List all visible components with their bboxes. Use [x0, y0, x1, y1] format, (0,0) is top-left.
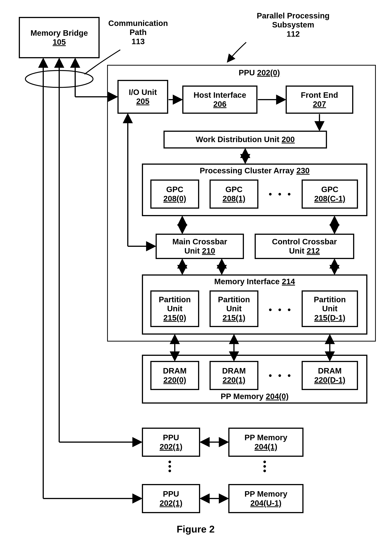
front-end-num: 207 — [313, 100, 326, 109]
gpcC-box: GPC 208(C-1) — [302, 180, 358, 209]
dram0-num: 220(0) — [163, 376, 186, 385]
io-unit-num: 205 — [136, 97, 149, 106]
pps-label: Parallel Processing Subsystem 112 — [246, 11, 340, 39]
diagram-canvas: Memory Bridge 105 Communication Path 113… — [0, 0, 392, 550]
ppuU-title: PPU — [163, 489, 179, 499]
dram0-box: DRAM 220(0) — [150, 361, 199, 390]
comm-path-label: Communication Path 113 — [104, 19, 172, 46]
figure-caption: Figure 2 — [177, 523, 215, 535]
pu1-num: 215(1) — [223, 313, 245, 322]
memif-num: 214 — [282, 277, 295, 286]
main-xbar-num: 210 — [202, 247, 215, 255]
dram-ellipsis: • • • — [269, 370, 293, 381]
ppmem1-title: PP Memory — [245, 433, 287, 442]
host-if-title: Host Interface — [194, 91, 246, 100]
dram0-title: DRAM — [163, 366, 187, 375]
host-if-num: 206 — [213, 100, 226, 109]
io-unit-box: I/O Unit 205 — [118, 80, 168, 114]
pu1-box: Partition Unit 215(1) — [210, 290, 258, 327]
ppu0-title: PPU — [239, 68, 255, 77]
pca-title: Processing Cluster Array — [200, 166, 294, 175]
gpc-ellipsis: • • • — [269, 189, 293, 199]
dram1-num: 220(1) — [223, 376, 245, 385]
puD-box: Partition Unit 215(D-1) — [302, 290, 358, 327]
ctrl-xbar-num: 212 — [307, 247, 320, 255]
host-if-box: Host Interface 206 — [182, 85, 258, 114]
puD-title: Partition Unit — [314, 295, 346, 313]
main-xbar-title-line2: Unit — [184, 247, 200, 255]
pu-ellipsis: • • • — [269, 304, 293, 315]
pca-num: 230 — [296, 166, 309, 175]
ppmem-vdots: • • • — [263, 460, 266, 473]
wdu-title: Work Distribution Unit — [196, 135, 280, 144]
ppu1-title: PPU — [163, 433, 179, 442]
ppmem0-title: PP Memory — [221, 392, 263, 401]
memory-bridge-num: 105 — [53, 38, 66, 47]
memif-title: Memory Interface — [214, 277, 280, 286]
wdu-num: 200 — [281, 135, 295, 144]
svg-point-0 — [25, 71, 93, 87]
io-unit-title: I/O Unit — [129, 88, 157, 97]
dram1-title: DRAM — [222, 366, 246, 375]
main-xbar-box: Main Crossbar Unit 210 — [156, 234, 244, 259]
gpc0-title: GPC — [166, 185, 183, 194]
gpc1-title: GPC — [225, 185, 242, 194]
gpc0-box: GPC 208(0) — [150, 180, 199, 209]
gpc1-num: 208(1) — [223, 194, 245, 203]
pu1-title: Partition Unit — [218, 295, 250, 313]
pps-num: 112 — [287, 29, 300, 38]
ppuU-num: 202(1) — [160, 499, 182, 508]
ppmem1-box: PP Memory 204(1) — [228, 428, 303, 457]
dram1-box: DRAM 220(1) — [210, 361, 258, 390]
front-end-box: Front End 207 — [286, 85, 353, 114]
front-end-title: Front End — [301, 91, 338, 100]
ppmemU-box: PP Memory 204(U-1) — [228, 484, 303, 513]
ppu1-box: PPU 202(1) — [142, 428, 200, 457]
main-xbar-title-line1: Main Crossbar — [172, 237, 227, 246]
comm-path-num: 113 — [132, 37, 145, 46]
gpc0-num: 208(0) — [163, 194, 186, 203]
dramD-title: DRAM — [318, 366, 342, 375]
ppmemU-num: 204(U-1) — [250, 499, 281, 508]
pu0-box: Partition Unit 215(0) — [150, 290, 199, 327]
gpcC-title: GPC — [321, 185, 338, 194]
ctrl-xbar-box: Control Crossbar Unit 212 — [255, 234, 354, 259]
ppmem1-num: 204(1) — [254, 442, 277, 451]
ctrl-xbar-title-line1: Control Crossbar — [272, 237, 337, 246]
memory-bridge-box: Memory Bridge 105 — [19, 17, 100, 58]
ppmem0-num: 204(0) — [266, 392, 288, 401]
gpcC-num: 208(C-1) — [314, 194, 345, 203]
gpc1-box: GPC 208(1) — [210, 180, 258, 209]
pu0-num: 215(0) — [163, 313, 186, 322]
dramD-num: 220(D-1) — [314, 376, 345, 385]
puD-num: 215(D-1) — [314, 313, 345, 322]
ppu0-label: PPU 202(0) — [239, 68, 280, 77]
ppmemU-title: PP Memory — [245, 489, 287, 499]
ppu1-num: 202(1) — [160, 442, 182, 451]
ppu-vdots: • • • — [168, 460, 171, 473]
pu0-title: Partition Unit — [159, 295, 191, 313]
comm-path-title: Communication Path — [108, 19, 168, 37]
memory-bridge-title: Memory Bridge — [30, 28, 88, 38]
pps-title: Parallel Processing Subsystem — [257, 11, 330, 29]
wdu-box: Work Distribution Unit 200 — [163, 131, 327, 148]
ctrl-xbar-title-line2: Unit — [289, 247, 304, 255]
ppu0-num: 202(0) — [257, 68, 280, 77]
ppuU-box: PPU 202(1) — [142, 484, 200, 513]
dramD-box: DRAM 220(D-1) — [302, 361, 358, 390]
